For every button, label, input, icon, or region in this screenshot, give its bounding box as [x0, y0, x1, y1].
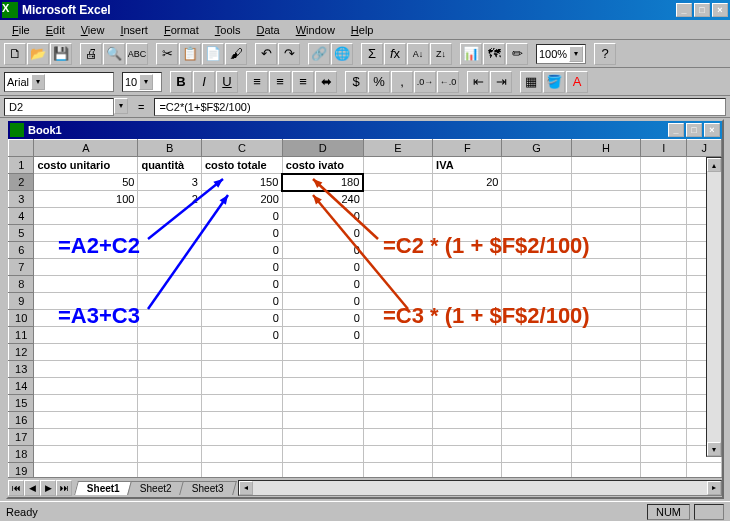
cell-E13[interactable]	[363, 361, 432, 378]
cell-G11[interactable]	[502, 327, 571, 344]
cell-G4[interactable]	[502, 208, 571, 225]
print-button[interactable]: 🖨	[80, 43, 102, 65]
cell-B3[interactable]: 2	[138, 191, 202, 208]
redo-button[interactable]: ↷	[278, 43, 300, 65]
cell-G17[interactable]	[502, 429, 571, 446]
cell-I11[interactable]	[641, 327, 687, 344]
cell-I8[interactable]	[641, 276, 687, 293]
cell-H7[interactable]	[571, 259, 640, 276]
scroll-left-button[interactable]: ◂	[239, 481, 253, 495]
cell-H17[interactable]	[571, 429, 640, 446]
cell-G12[interactable]	[502, 344, 571, 361]
new-button[interactable]: 🗋	[4, 43, 26, 65]
cell-G14[interactable]	[502, 378, 571, 395]
cell-E2[interactable]	[363, 174, 432, 191]
cell-H16[interactable]	[571, 412, 640, 429]
sort-desc-button[interactable]: Z↓	[430, 43, 452, 65]
cell-I7[interactable]	[641, 259, 687, 276]
cell-A15[interactable]	[34, 395, 138, 412]
wb-minimize-button[interactable]: _	[668, 123, 684, 137]
cell-B6[interactable]	[138, 242, 202, 259]
cell-B2[interactable]: 3	[138, 174, 202, 191]
cell-D7[interactable]: 0	[282, 259, 363, 276]
print-preview-button[interactable]: 🔍	[103, 43, 125, 65]
borders-button[interactable]: ▦	[520, 71, 542, 93]
cell-A8[interactable]	[34, 276, 138, 293]
menu-format[interactable]: Format	[156, 22, 207, 38]
function-button[interactable]: fx	[384, 43, 406, 65]
cell-I2[interactable]	[641, 174, 687, 191]
col-header-J[interactable]: J	[687, 140, 722, 157]
underline-button[interactable]: U	[216, 71, 238, 93]
menu-help[interactable]: Help	[343, 22, 382, 38]
cell-F11[interactable]	[433, 327, 502, 344]
align-right-button[interactable]: ≡	[292, 71, 314, 93]
cell-I17[interactable]	[641, 429, 687, 446]
cell-E12[interactable]	[363, 344, 432, 361]
cell-I3[interactable]	[641, 191, 687, 208]
row-header-1[interactable]: 1	[9, 157, 34, 174]
scroll-right-button[interactable]: ▸	[707, 481, 721, 495]
merge-center-button[interactable]: ⬌	[315, 71, 337, 93]
row-header-15[interactable]: 15	[9, 395, 34, 412]
cell-I4[interactable]	[641, 208, 687, 225]
web-toolbar-button[interactable]: 🌐	[331, 43, 353, 65]
cell-D19[interactable]	[282, 463, 363, 478]
cell-F14[interactable]	[433, 378, 502, 395]
row-header-19[interactable]: 19	[9, 463, 34, 478]
close-button[interactable]: ×	[712, 3, 728, 17]
cell-B1[interactable]: quantità	[138, 157, 202, 174]
cell-I14[interactable]	[641, 378, 687, 395]
row-header-7[interactable]: 7	[9, 259, 34, 276]
cell-C9[interactable]: 0	[201, 293, 282, 310]
percent-button[interactable]: %	[368, 71, 390, 93]
cell-G7[interactable]	[502, 259, 571, 276]
maximize-button[interactable]: □	[694, 3, 710, 17]
cell-B9[interactable]	[138, 293, 202, 310]
menu-edit[interactable]: Edit	[38, 22, 73, 38]
cell-G1[interactable]	[502, 157, 571, 174]
cell-D5[interactable]: 0	[282, 225, 363, 242]
cell-C19[interactable]	[201, 463, 282, 478]
cell-A7[interactable]	[34, 259, 138, 276]
cell-F1[interactable]: IVA	[433, 157, 502, 174]
cell-G13[interactable]	[502, 361, 571, 378]
bold-button[interactable]: B	[170, 71, 192, 93]
chevron-down-icon[interactable]: ▾	[139, 74, 153, 90]
horizontal-scrollbar[interactable]: ◂ ▸	[238, 480, 722, 496]
cell-F15[interactable]	[433, 395, 502, 412]
cell-F2[interactable]: 20	[433, 174, 502, 191]
row-header-5[interactable]: 5	[9, 225, 34, 242]
cell-C14[interactable]	[201, 378, 282, 395]
cell-C18[interactable]	[201, 446, 282, 463]
cell-C10[interactable]: 0	[201, 310, 282, 327]
cell-H3[interactable]	[571, 191, 640, 208]
col-header-E[interactable]: E	[363, 140, 432, 157]
cell-H2[interactable]	[571, 174, 640, 191]
cell-D14[interactable]	[282, 378, 363, 395]
cell-C11[interactable]: 0	[201, 327, 282, 344]
col-header-H[interactable]: H	[571, 140, 640, 157]
chart-button[interactable]: 📊	[460, 43, 482, 65]
copy-button[interactable]: 📋	[179, 43, 201, 65]
minimize-button[interactable]: _	[676, 3, 692, 17]
wb-maximize-button[interactable]: □	[686, 123, 702, 137]
cell-D6[interactable]: 0	[282, 242, 363, 259]
open-button[interactable]: 📂	[27, 43, 49, 65]
col-header-I[interactable]: I	[641, 140, 687, 157]
cell-I18[interactable]	[641, 446, 687, 463]
decrease-decimal-button[interactable]: ←.0	[437, 71, 459, 93]
col-header-A[interactable]: A	[34, 140, 138, 157]
row-header-6[interactable]: 6	[9, 242, 34, 259]
row-header-14[interactable]: 14	[9, 378, 34, 395]
increase-indent-button[interactable]: ⇥	[490, 71, 512, 93]
cut-button[interactable]: ✂	[156, 43, 178, 65]
cell-D10[interactable]: 0	[282, 310, 363, 327]
cell-H19[interactable]	[571, 463, 640, 478]
cell-A14[interactable]	[34, 378, 138, 395]
cell-H18[interactable]	[571, 446, 640, 463]
sheet-tab-sheet2[interactable]: Sheet2	[127, 481, 184, 495]
cell-A2[interactable]: 50	[34, 174, 138, 191]
cell-G18[interactable]	[502, 446, 571, 463]
fill-color-button[interactable]: 🪣	[543, 71, 565, 93]
